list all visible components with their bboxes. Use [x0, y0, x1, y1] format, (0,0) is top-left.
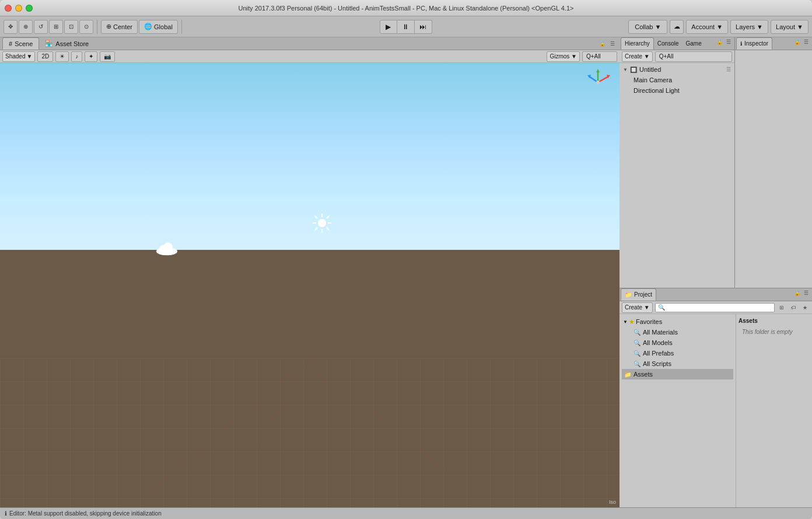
- 2d-button[interactable]: 2D: [37, 51, 53, 62]
- all-scripts-label: All Scripts: [643, 360, 671, 367]
- global-icon: 🌐: [144, 23, 152, 30]
- scene-grid: [0, 358, 620, 507]
- hierarchy-search[interactable]: Q+All: [655, 51, 732, 62]
- project-tab-label: Project: [634, 291, 652, 298]
- title-bar: Unity 2017.3.0f3 Personal (64bit) - Unti…: [0, 0, 812, 16]
- global-button[interactable]: 🌐 Global: [139, 20, 178, 34]
- shading-arrow: ▼: [26, 53, 32, 60]
- hierarchy-item-directional-light[interactable]: Directional Light: [621, 85, 733, 96]
- account-dropdown[interactable]: Account ▼: [686, 20, 728, 34]
- project-tab-bar: 📁 Project 🔒 ☰: [620, 288, 812, 301]
- svg-rect-0: [0, 358, 620, 507]
- tab-inspector[interactable]: ℹ Inspector: [736, 37, 772, 50]
- scale-tool[interactable]: ⊞: [49, 20, 63, 34]
- layout-dropdown[interactable]: Layout ▼: [771, 20, 808, 34]
- pivot-controls: ⊕ Center 🌐 Global: [101, 20, 182, 34]
- maximize-button[interactable]: [26, 5, 33, 12]
- tab-hierarchy[interactable]: Hierarchy: [621, 37, 654, 50]
- project-section: 📁 Project 🔒 ☰ Create ▼ ⊞ 🏷 ★: [620, 288, 812, 507]
- main-toolbar: ✥ ⊕ ↺ ⊞ ⊡ ⊙ ⊕ Center 🌐 Global ▶ ⏸ ⏭: [0, 16, 812, 37]
- project-icon-view[interactable]: ⊞: [777, 303, 786, 312]
- rect-tool[interactable]: ⊡: [64, 20, 78, 34]
- scene-view[interactable]: Iso: [0, 63, 620, 507]
- layers-label: Layers ▼: [736, 23, 763, 30]
- move-tool[interactable]: ⊕: [19, 20, 33, 34]
- svg-marker-18: [596, 69, 600, 72]
- hierarchy-create-dropdown[interactable]: Create ▼: [622, 51, 653, 62]
- inspector-tab-label: Inspector: [744, 40, 768, 47]
- transform-tools: ✥ ⊕ ↺ ⊞ ⊡ ⊙: [4, 20, 97, 34]
- right-panels: Hierarchy Console Game 🔒 ☰: [620, 37, 812, 507]
- project-star-icon[interactable]: ★: [800, 303, 810, 312]
- search-label: Q+All: [586, 53, 601, 60]
- cloud-object: [155, 241, 178, 259]
- tab-game[interactable]: Game: [682, 37, 705, 50]
- scene-lock-icon[interactable]: 🔒: [597, 39, 607, 48]
- inspector-menu-icon[interactable]: ☰: [802, 37, 811, 47]
- cloud-button[interactable]: ☁: [670, 20, 684, 34]
- camera-toggle[interactable]: 📷: [100, 51, 115, 62]
- project-tag-icon[interactable]: 🏷: [789, 303, 798, 312]
- hierarchy-content: ▼ 🔲 Untitled ☰ Main Camera Directional L…: [620, 63, 734, 288]
- hierarchy-section: Hierarchy Console Game 🔒 ☰: [620, 37, 735, 288]
- top-right-area: Hierarchy Console Game 🔒 ☰: [620, 37, 812, 288]
- project-search-input[interactable]: [655, 303, 775, 312]
- pause-button[interactable]: ⏸: [397, 20, 415, 34]
- project-create-label: Create ▼: [625, 304, 650, 311]
- project-item-all-prefabs[interactable]: 🔍 All Prefabs: [622, 348, 733, 358]
- hand-tool[interactable]: ✥: [4, 20, 18, 34]
- svg-point-5: [318, 219, 326, 227]
- hierarchy-item-untitled[interactable]: ▼ 🔲 Untitled ☰: [621, 64, 733, 75]
- center-label: Center: [113, 23, 132, 30]
- transform-tool[interactable]: ⊙: [79, 20, 93, 34]
- right-toolbar: Collab ▼ ☁ Account ▼ Layers ▼ Layout ▼: [628, 20, 808, 34]
- project-item-all-scripts[interactable]: 🔍 All Scripts: [622, 358, 733, 369]
- fx-toggle[interactable]: ✦: [85, 51, 97, 62]
- play-button[interactable]: ▶: [380, 20, 397, 34]
- step-button[interactable]: ⏭: [415, 20, 432, 34]
- light-toggle[interactable]: ☀: [55, 51, 69, 62]
- favorites-header[interactable]: ▼ ★ Favorites: [622, 316, 733, 327]
- close-button[interactable]: [5, 5, 12, 12]
- empty-assets-text: This folder is empty: [738, 325, 810, 339]
- collab-label: Collab ▼: [635, 23, 661, 30]
- hierarchy-item-main-camera[interactable]: Main Camera: [621, 75, 733, 85]
- scene-inner-toolbar: Shaded ▼ 2D ☀ ♪ ✦ 📷 Gizmos ▼ Q+All: [0, 50, 620, 63]
- shading-dropdown[interactable]: Shaded ▼: [2, 51, 35, 62]
- window-controls: [5, 5, 33, 12]
- assets-folder[interactable]: 📁 Assets: [622, 369, 733, 379]
- tab-project[interactable]: 📁 Project: [621, 288, 656, 301]
- project-item-all-models[interactable]: 🔍 All Models: [622, 337, 733, 348]
- inspector-lock-icon[interactable]: 🔒: [792, 37, 802, 47]
- tab-asset-store[interactable]: 🏪 Asset Store: [39, 37, 94, 50]
- audio-toggle[interactable]: ♪: [71, 51, 82, 62]
- favorites-arrow: ▼: [623, 319, 628, 325]
- svg-line-12: [327, 216, 329, 218]
- center-button[interactable]: ⊕ Center: [101, 20, 138, 34]
- gizmos-dropdown[interactable]: Gizmos ▼: [547, 51, 580, 62]
- tab-scene[interactable]: # Scene: [2, 37, 39, 50]
- status-message: Editor: Metal support disabled, skipping…: [9, 510, 162, 517]
- main-area: # Scene 🏪 Asset Store 🔒 ☰ Shaded ▼: [0, 37, 812, 507]
- global-label: Global: [154, 23, 173, 30]
- untitled-menu: ☰: [726, 67, 731, 72]
- layers-dropdown[interactable]: Layers ▼: [730, 20, 768, 34]
- rotate-tool[interactable]: ↺: [34, 20, 48, 34]
- minimize-button[interactable]: [15, 5, 22, 12]
- tab-console[interactable]: Console: [654, 37, 682, 50]
- project-item-all-materials[interactable]: 🔍 All Materials: [622, 327, 733, 337]
- search-box[interactable]: Q+All: [582, 51, 617, 62]
- project-menu-icon[interactable]: ☰: [802, 288, 811, 298]
- collab-button[interactable]: Collab ▼: [628, 20, 667, 34]
- scene-tab-bar: # Scene 🏪 Asset Store 🔒 ☰: [0, 37, 620, 50]
- favorites-star-icon: ★: [629, 318, 635, 326]
- hierarchy-menu-icon[interactable]: ☰: [724, 37, 733, 47]
- scene-menu-icon[interactable]: ☰: [608, 39, 617, 48]
- search-script-icon: 🔍: [634, 361, 640, 367]
- scene-gizmo: [583, 68, 612, 97]
- project-lock-icon[interactable]: 🔒: [792, 288, 802, 298]
- project-create-dropdown[interactable]: Create ▼: [622, 302, 653, 313]
- project-assets-content: Assets This folder is empty: [736, 314, 812, 507]
- hierarchy-lock-icon[interactable]: 🔒: [715, 37, 724, 47]
- untitled-label: Untitled: [639, 66, 661, 73]
